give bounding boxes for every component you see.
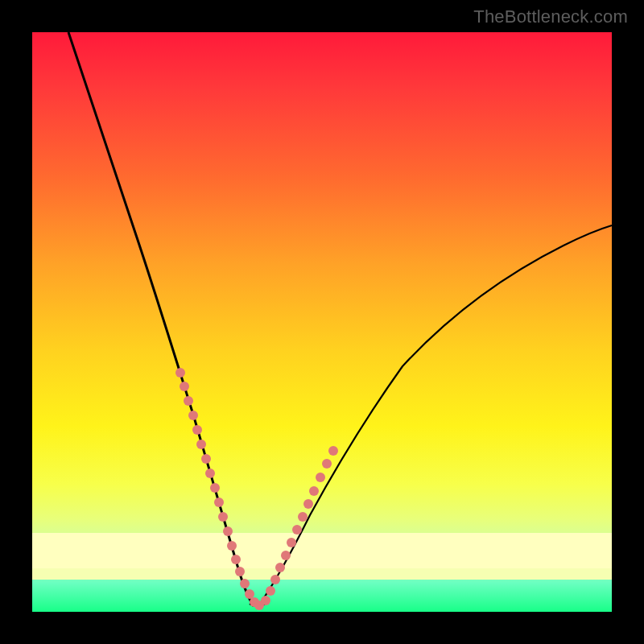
svg-point-21 <box>270 575 280 584</box>
svg-point-3 <box>188 411 198 420</box>
svg-point-9 <box>214 497 224 507</box>
curve-right-branch <box>262 225 612 601</box>
svg-point-10 <box>218 512 228 522</box>
svg-point-26 <box>298 512 308 522</box>
curve-svg <box>32 32 612 612</box>
svg-point-28 <box>309 486 319 496</box>
svg-point-6 <box>201 454 211 464</box>
svg-point-25 <box>292 525 302 535</box>
svg-point-15 <box>240 579 250 588</box>
svg-point-19 <box>261 596 270 605</box>
svg-point-12 <box>227 541 237 551</box>
svg-point-16 <box>245 589 254 599</box>
svg-point-20 <box>266 586 275 596</box>
svg-point-2 <box>184 396 193 406</box>
chart-frame: TheBottleneck.com <box>0 0 644 644</box>
stipple-right <box>261 446 338 605</box>
svg-point-11 <box>223 526 233 536</box>
svg-point-13 <box>231 555 241 564</box>
attribution-label: TheBottleneck.com <box>473 6 628 27</box>
svg-point-24 <box>287 538 296 547</box>
svg-point-8 <box>210 483 220 493</box>
svg-point-4 <box>192 425 202 435</box>
svg-point-14 <box>235 567 245 576</box>
svg-point-27 <box>303 499 313 509</box>
svg-point-1 <box>180 382 189 391</box>
svg-point-22 <box>275 563 285 572</box>
svg-point-7 <box>205 469 215 478</box>
svg-point-31 <box>328 446 338 456</box>
svg-point-0 <box>175 368 185 378</box>
stipple-left <box>175 368 264 610</box>
svg-point-5 <box>196 440 206 449</box>
svg-point-30 <box>322 459 332 469</box>
plot-area <box>32 32 612 612</box>
svg-point-29 <box>316 473 325 482</box>
svg-point-23 <box>281 551 291 560</box>
